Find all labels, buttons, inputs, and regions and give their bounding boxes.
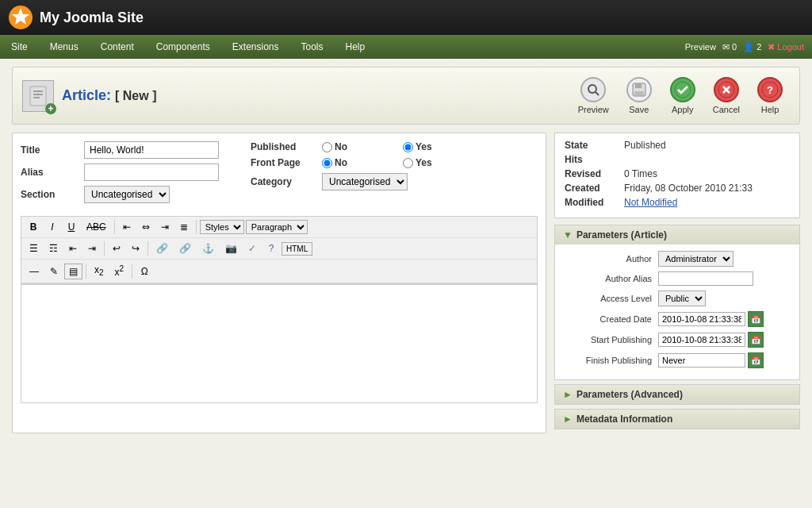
- params-advanced-header[interactable]: ► Parameters (Advanced): [555, 385, 799, 404]
- logout-button[interactable]: ✖ Logout: [768, 42, 804, 52]
- frontpage-no-label: No: [335, 157, 398, 168]
- nav-preview-link[interactable]: Preview: [685, 42, 716, 52]
- author-alias-label: Author Alias: [563, 274, 658, 283]
- form-left: Title Alias Section Uncategorised: [12, 133, 546, 433]
- undo-button[interactable]: ↩: [108, 241, 125, 256]
- toolbar-buttons: Preview Save: [572, 74, 790, 117]
- published-yes-radio[interactable]: [403, 142, 413, 152]
- logo[interactable]: My Joomla Site: [8, 5, 144, 30]
- form-right: State Published Hits Revised 0 Times Cre…: [554, 133, 800, 433]
- subscript-button[interactable]: x2: [90, 262, 109, 279]
- params-article-header[interactable]: ▼ Parameters (Article): [555, 225, 799, 244]
- author-alias-row: Author Alias: [563, 271, 791, 286]
- title-field-group: Title: [21, 141, 235, 159]
- author-alias-input[interactable]: [658, 271, 753, 286]
- info-panel: State Published Hits Revised 0 Times Cre…: [554, 133, 800, 218]
- section-select[interactable]: Uncategorised: [84, 186, 170, 203]
- special-char-button[interactable]: Ω: [136, 264, 153, 279]
- finish-pub-cal-button[interactable]: 📅: [748, 352, 764, 368]
- title-label: Title: [21, 144, 84, 156]
- created-date-input[interactable]: [658, 312, 745, 326]
- published-label: Published: [251, 141, 322, 152]
- cleanup-button[interactable]: ✓: [243, 241, 261, 256]
- topbar: My Joomla Site: [0, 0, 812, 35]
- finish-pub-input[interactable]: [658, 353, 745, 368]
- alias-input[interactable]: [84, 164, 219, 181]
- indent-button[interactable]: ⇥: [83, 241, 101, 256]
- save-button[interactable]: Save: [619, 74, 659, 117]
- preview-button[interactable]: Preview: [572, 74, 615, 117]
- author-select[interactable]: Administrator: [658, 251, 733, 267]
- outdent-button[interactable]: ⇤: [64, 241, 82, 256]
- align-center-button[interactable]: ⇔: [137, 219, 155, 235]
- article-icon: +: [22, 80, 54, 112]
- frontpage-no-radio[interactable]: [322, 158, 332, 168]
- hr-button[interactable]: —: [25, 264, 44, 279]
- underline-button[interactable]: U: [63, 219, 80, 235]
- svg-rect-1: [30, 87, 46, 106]
- sep2: [196, 220, 197, 234]
- main-content: + Article: [ New ] Preview: [0, 59, 812, 441]
- category-select[interactable]: Uncategorised: [322, 173, 408, 190]
- message-count[interactable]: ✉ 0: [722, 42, 737, 52]
- image-button[interactable]: 📷: [220, 241, 242, 256]
- redo-button[interactable]: ↪: [127, 241, 144, 256]
- nav-item-menus[interactable]: Menus: [39, 35, 90, 59]
- article-doc-icon: [27, 85, 49, 107]
- unlink-button[interactable]: 🔗: [174, 241, 196, 256]
- frontpage-yes-option: Yes: [403, 157, 479, 168]
- start-pub-input[interactable]: [658, 333, 745, 347]
- html-button[interactable]: HTML: [282, 242, 312, 256]
- state-row: State Published: [565, 140, 790, 151]
- frontpage-yes-radio[interactable]: [403, 158, 413, 168]
- styles-select[interactable]: Styles: [200, 220, 244, 234]
- toolbar: + Article: [ New ] Preview: [12, 67, 800, 125]
- hits-key: Hits: [565, 154, 624, 165]
- unordered-list-button[interactable]: ☰: [25, 241, 43, 256]
- access-label: Access Level: [563, 294, 658, 303]
- bold-button[interactable]: B: [25, 219, 42, 235]
- metadata-header[interactable]: ► Metadata Information: [555, 410, 799, 429]
- help-button[interactable]: ? Help: [750, 74, 790, 117]
- align-right-button[interactable]: ⇥: [156, 219, 174, 235]
- strikethrough-button[interactable]: ABC: [82, 219, 111, 235]
- nav-item-help[interactable]: Help: [335, 35, 377, 59]
- anchor-button[interactable]: ⚓: [197, 241, 219, 256]
- editor-row1: B I U ABC ⇤ ⇔ ⇥ ≣ Styles Paragraph: [21, 217, 537, 238]
- superscript-button[interactable]: x2: [110, 262, 129, 280]
- format-select[interactable]: Paragraph: [246, 220, 308, 234]
- nav-item-site[interactable]: Site: [0, 35, 39, 59]
- finish-pub-label: Finish Publishing: [563, 356, 658, 365]
- title-input[interactable]: [84, 141, 219, 159]
- start-pub-row: Start Publishing 📅: [563, 332, 791, 348]
- cancel-button[interactable]: Cancel: [707, 74, 746, 117]
- created-date-row: Created Date 📅: [563, 311, 791, 327]
- nav-item-tools[interactable]: Tools: [290, 35, 335, 59]
- svg-point-5: [588, 85, 596, 93]
- link-button[interactable]: 🔗: [151, 241, 173, 256]
- apply-button[interactable]: Apply: [663, 74, 703, 117]
- align-left-button[interactable]: ⇤: [118, 219, 136, 235]
- created-date-cal-button[interactable]: 📅: [748, 311, 764, 327]
- frontpage-label: Front Page: [251, 157, 322, 168]
- author-row: Author Administrator: [563, 251, 791, 267]
- start-pub-val: 📅: [658, 332, 791, 348]
- finish-pub-row: Finish Publishing 📅: [563, 352, 791, 368]
- table-button[interactable]: ▤: [64, 264, 82, 279]
- user-count[interactable]: 👤 2: [743, 42, 761, 52]
- editor-content[interactable]: [21, 284, 538, 403]
- alias-field-group: Alias: [21, 164, 235, 181]
- page-break-button[interactable]: ✎: [45, 264, 63, 279]
- help-editor-button[interactable]: ?: [262, 241, 280, 256]
- published-no-radio[interactable]: [322, 142, 332, 152]
- nav-item-extensions[interactable]: Extensions: [221, 35, 290, 59]
- editor-toolbar: B I U ABC ⇤ ⇔ ⇥ ≣ Styles Paragraph: [21, 216, 538, 284]
- access-select[interactable]: Public: [658, 291, 706, 306]
- start-pub-cal-button[interactable]: 📅: [748, 332, 764, 348]
- nav-item-content[interactable]: Content: [90, 35, 145, 59]
- italic-button[interactable]: I: [44, 219, 61, 235]
- justify-button[interactable]: ≣: [175, 219, 193, 235]
- nav-item-components[interactable]: Components: [145, 35, 221, 59]
- help-label: Help: [761, 105, 779, 114]
- ordered-list-button[interactable]: ☶: [44, 241, 63, 256]
